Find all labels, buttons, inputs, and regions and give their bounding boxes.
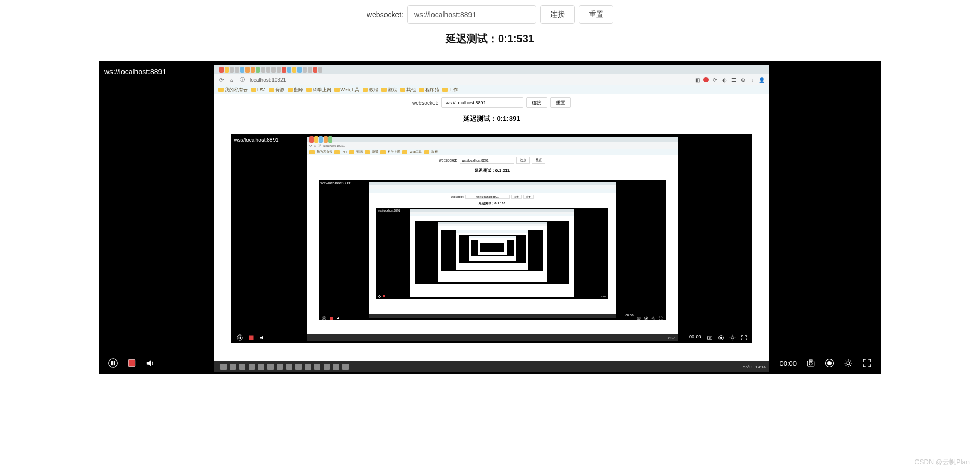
websocket-input[interactable] [441, 97, 523, 108]
nested-page-1: websocket: 连接 重置 延迟测试：0:1:391 ws://local… [214, 94, 769, 343]
svg-point-8 [652, 318, 654, 319]
reset-button[interactable]: 重置 [532, 157, 545, 164]
volume-icon[interactable] [146, 358, 155, 368]
svg-rect-3 [330, 317, 333, 320]
avatar-icon[interactable]: 👤 [759, 77, 765, 83]
svg-rect-20 [114, 361, 115, 365]
websocket-input[interactable] [407, 5, 536, 24]
nested-video-2: ws://localhost:8891 websocket: ws://loca… [319, 180, 666, 320]
ext-icon[interactable]: ⟳ [712, 77, 718, 83]
gear-icon[interactable] [843, 358, 853, 368]
url-text[interactable]: localhost:10321 [250, 77, 690, 83]
ext-icon[interactable]: ↓ [749, 77, 755, 83]
svg-point-5 [638, 318, 639, 319]
bookmark-item[interactable]: 我的私有云 [218, 86, 248, 93]
svg-point-0 [322, 317, 326, 320]
bookmark-item[interactable]: 其他 [400, 86, 416, 93]
svg-point-9 [237, 335, 242, 341]
svg-rect-4 [637, 317, 640, 320]
record-icon[interactable] [644, 313, 648, 317]
fullscreen-icon[interactable] [862, 358, 872, 368]
svg-rect-13 [707, 336, 712, 340]
svg-point-18 [109, 359, 118, 368]
ext-icon[interactable] [703, 77, 709, 82]
svg-point-27 [847, 362, 850, 365]
camera-icon[interactable] [806, 358, 815, 368]
nested-browser-2: ⟳⌂ⓘlocalhost:10321 我的私有云 LSJ 资源 翻译 科学上网 … [307, 137, 678, 341]
svg-point-16 [720, 337, 722, 339]
pause-icon[interactable] [322, 313, 326, 317]
bookmark-item[interactable]: 翻译 [288, 86, 303, 93]
nested-browser-3: websocket: ws://localhost:8891 连接 重置 延迟测… [369, 182, 616, 318]
ws-url-overlay: ws://localhost:8891 [104, 68, 166, 76]
bookmark-item[interactable]: 科学上网 [306, 86, 331, 93]
ws-label: websocket: [412, 100, 438, 106]
refresh-icon[interactable]: ⟳ [218, 77, 225, 83]
nested-video-1: ws://localhost:8891 ⟳⌂ⓘlocalhost:10321 我… [231, 134, 752, 343]
reset-button[interactable]: 重置 [579, 5, 613, 24]
video-container: ws://localhost:8891 ⟳ ⌂ ⓘ localhost:1032… [99, 61, 881, 374]
bookmark-item[interactable]: 工作 [442, 86, 458, 93]
bookmark-item[interactable]: 资源 [269, 86, 284, 93]
svg-point-14 [709, 337, 710, 339]
bookmark-item[interactable]: Web工具 [334, 86, 359, 93]
connect-button[interactable]: 连接 [516, 157, 530, 164]
connect-button[interactable]: 连接 [526, 97, 547, 108]
browser-tabs [214, 65, 769, 74]
svg-rect-10 [238, 337, 239, 339]
bookmark-item[interactable]: LSJ [251, 87, 266, 92]
pause-icon[interactable] [237, 333, 243, 340]
svg-rect-1 [323, 318, 324, 319]
svg-rect-11 [240, 337, 241, 339]
gear-icon[interactable] [651, 313, 655, 317]
svg-rect-21 [128, 359, 135, 367]
bookmark-item[interactable]: 教程 [363, 86, 378, 93]
time-display: 00:00 [779, 359, 797, 367]
stop-icon[interactable] [127, 358, 137, 368]
volume-icon[interactable] [337, 313, 341, 317]
ws-label: websocket: [367, 10, 403, 19]
info-icon: ⓘ [239, 77, 245, 83]
bookmark-item[interactable]: 程序猿 [419, 86, 439, 93]
ext-icon[interactable]: ◐ [721, 77, 727, 83]
record-icon[interactable] [718, 333, 724, 340]
svg-rect-19 [111, 361, 113, 365]
record-icon[interactable] [825, 358, 834, 368]
svg-point-23 [809, 362, 812, 365]
svg-rect-12 [249, 336, 253, 340]
browser-url-bar: ⟳ ⌂ ⓘ localhost:10321 ◧ ⟳ ◐ ☰ ⊕ ↓ 👤 [214, 74, 769, 85]
player-controls: 00:00 [99, 352, 881, 374]
svg-rect-2 [324, 318, 325, 319]
player-controls: 00:00 [231, 330, 752, 343]
ws-url-overlay: ws://localhost:8891 [234, 137, 279, 143]
latency-display: 延迟测试：0:1:231 [307, 168, 678, 173]
ext-icon[interactable]: ☰ [730, 77, 737, 83]
volume-icon[interactable] [259, 333, 266, 340]
home-icon[interactable]: ⌂ [229, 77, 235, 83]
stop-icon[interactable] [329, 313, 333, 317]
gear-icon[interactable] [729, 333, 736, 340]
svg-point-17 [731, 337, 734, 339]
ws-url-overlay: ws://localhost:8891 [321, 181, 352, 185]
fullscreen-icon[interactable] [659, 313, 663, 317]
nested-browser-1: ⟳ ⌂ ⓘ localhost:10321 ◧ ⟳ ◐ ☰ ⊕ ↓ 👤 我的私有… [214, 65, 769, 372]
bookmarks-bar: 我的私有云 LSJ 资源 翻译 科学上网 Web工具 教程 游戏 其他 程序猿 … [214, 85, 769, 94]
ext-icon[interactable]: ⊕ [740, 77, 746, 83]
watermark: CSDN @云帆Plan [914, 457, 970, 467]
websocket-input[interactable] [460, 157, 514, 164]
stop-icon[interactable] [248, 333, 254, 340]
svg-rect-22 [807, 361, 814, 367]
top-controls: websocket: 连接 重置 [0, 0, 980, 27]
latency-display: 延迟测试：0:1:531 [0, 32, 980, 46]
svg-point-7 [645, 318, 647, 319]
camera-icon[interactable] [637, 313, 641, 317]
fullscreen-icon[interactable] [741, 333, 747, 340]
connect-button[interactable]: 连接 [540, 5, 575, 24]
svg-point-26 [827, 361, 832, 365]
bookmark-item[interactable]: 游戏 [381, 86, 397, 93]
latency-display: 延迟测试：0:1:391 [214, 114, 769, 123]
ext-icon[interactable]: ◧ [694, 77, 700, 83]
camera-icon[interactable] [706, 333, 713, 340]
pause-icon[interactable] [108, 358, 118, 368]
reset-button[interactable]: 重置 [550, 97, 571, 108]
